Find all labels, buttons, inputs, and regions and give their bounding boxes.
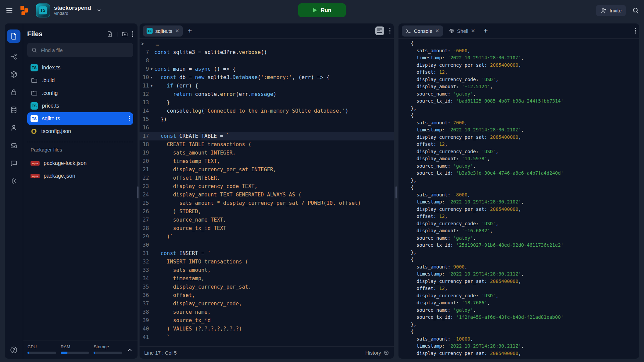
editor-tabbar: TS sqlite.ts ✕ + [140, 23, 394, 39]
rail-item-inbox[interactable] [10, 141, 18, 149]
output-layout-icon[interactable] [375, 26, 384, 35]
console-line: timestamp: '2022-10-29T14:28:30.211Z', [405, 343, 639, 350]
folder-icon [31, 77, 38, 84]
fold-arrow-icon[interactable]: ▼ [149, 82, 154, 90]
npm-file-icon: npm [31, 161, 40, 166]
console-output[interactable]: { sats_amount: -6000, timestamp: '2022-1… [398, 38, 639, 359]
typescript-file-icon: TS [31, 64, 38, 71]
code-line-21: 21 display_currency_per_sat INTEGER, [140, 166, 394, 174]
fold-arrow-icon[interactable]: ▼ [149, 73, 154, 82]
line-number: 14 [140, 107, 149, 115]
code-fold-indicator: >… [140, 40, 394, 48]
files-panel-title: Files [27, 30, 43, 38]
workspace-meta[interactable]: stackorspend vindard [54, 5, 91, 16]
fold-gutter [149, 308, 154, 316]
panel-resize-handle-left[interactable] [137, 186, 139, 198]
line-number: 30 [140, 241, 149, 249]
settings-icon [10, 177, 18, 185]
code-line-7: 7const sqlite3 = sqlite3Pre.verbose() [140, 48, 394, 57]
find-file-box[interactable] [27, 43, 133, 57]
console-line: offset: 12, [405, 69, 639, 76]
rail-item-packages[interactable] [10, 70, 18, 78]
fold-gutter [149, 115, 154, 124]
line-number: 37 [140, 300, 149, 308]
typescript-file-icon: TS [147, 28, 153, 34]
fold-gutter [149, 233, 154, 241]
line-number: 39 [140, 316, 149, 325]
packager-file-tree: npmpackage-lock.jsonnpmpackage.json [27, 157, 133, 182]
code-editor[interactable]: >…7const sqlite3 = sqlite3Pre.verbose()8… [140, 38, 394, 347]
file-row-sqlite-ts[interactable]: TSsqlite.ts [27, 112, 133, 125]
code-line-37: 37 display_currency_code, [140, 300, 394, 308]
file-row-index-ts[interactable]: TSindex.ts [27, 61, 133, 74]
new-file-icon[interactable] [106, 31, 113, 38]
fold-gutter [149, 174, 154, 182]
fold-arrow-icon[interactable]: ▼ [149, 65, 154, 73]
line-number: 20 [140, 157, 149, 166]
hamburger-menu-icon[interactable] [5, 6, 13, 14]
rail-item-files[interactable] [7, 29, 20, 43]
console-line: { [405, 256, 639, 263]
line-number: 16 [140, 124, 149, 132]
file-row--config[interactable]: .config [27, 87, 133, 100]
replit-logo-icon[interactable] [20, 5, 29, 15]
workspace-icon[interactable]: TS [36, 3, 50, 17]
line-number: 7 [140, 48, 149, 57]
person-plus-icon [600, 7, 607, 14]
run-button[interactable]: Run [298, 3, 346, 17]
line-number: 41 [140, 333, 149, 342]
rail-item-settings[interactable] [10, 177, 18, 185]
files-sidebar: Files TSindex.ts.build.configTSprice.tsT… [23, 23, 138, 359]
editor-menu-kebab-icon[interactable] [389, 28, 391, 34]
editor-tab-sqlite[interactable]: TS sqlite.ts ✕ [143, 25, 183, 37]
file-row-tsconfig-json[interactable]: tsconfig.json [27, 125, 133, 138]
fold-gutter [149, 48, 154, 57]
code-line-35: 35 display_currency_per_sat, [140, 283, 394, 291]
files-menu-kebab-icon[interactable] [132, 31, 133, 37]
line-number: 9 [140, 65, 149, 73]
invite-button[interactable]: Invite [596, 5, 626, 16]
new-editor-tab-icon[interactable]: + [185, 26, 195, 35]
find-file-input[interactable] [40, 47, 129, 53]
help-icon[interactable] [5, 346, 23, 354]
workspace-owner: vindard [54, 11, 91, 16]
fold-gutter [150, 40, 156, 48]
collapse-meters-chevron-up-icon[interactable] [127, 347, 133, 353]
file-row-package-json[interactable]: npmpackage.json [27, 170, 133, 182]
console-tabbar-right [635, 28, 636, 34]
close-tab-icon[interactable]: ✕ [471, 28, 475, 34]
console-line: offset: 12, [405, 141, 639, 148]
console-line: offset: 12, [405, 285, 639, 292]
file-options-kebab-icon[interactable] [129, 116, 130, 122]
fold-gutter [149, 316, 154, 325]
console-line: timestamp: '2022-10-29T14:28:30.210Z', [405, 54, 639, 62]
fold-gutter [149, 275, 154, 283]
workspace-icon-label: TS [39, 6, 47, 14]
meter-track [94, 352, 122, 354]
close-tab-icon[interactable]: ✕ [435, 28, 439, 34]
files-icon [10, 32, 18, 40]
panel-resize-handle-right[interactable] [395, 186, 397, 198]
workspace-chevron-down-icon[interactable] [97, 8, 101, 13]
console-menu-kebab-icon[interactable] [635, 28, 636, 34]
close-tab-icon[interactable]: ✕ [175, 28, 179, 34]
tab-label: Console [414, 28, 432, 34]
code-line-31: 31 const INSERT = ` [140, 249, 394, 258]
global-search-icon[interactable] [632, 7, 639, 14]
file-name: .build [42, 77, 55, 83]
rail-item-secrets[interactable] [10, 88, 18, 96]
rail-item-version-control[interactable] [10, 53, 18, 61]
rail-item-account[interactable] [10, 124, 18, 132]
rail-item-database[interactable] [10, 106, 18, 114]
new-console-tab-icon[interactable]: + [481, 26, 491, 35]
history-button[interactable]: History [365, 350, 389, 356]
file-row-price-ts[interactable]: TSprice.ts [27, 100, 133, 112]
rail-item-chat[interactable] [10, 159, 18, 167]
file-row-package-lock-json[interactable]: npmpackage-lock.json [27, 157, 133, 170]
new-folder-icon[interactable] [121, 31, 128, 38]
file-row--build[interactable]: .build [27, 74, 133, 87]
fold-gutter [149, 90, 154, 99]
console-tab-shell[interactable]: Shell✕ [445, 25, 479, 37]
line-number: 34 [140, 275, 149, 283]
console-tab-console[interactable]: Console✕ [402, 25, 443, 37]
